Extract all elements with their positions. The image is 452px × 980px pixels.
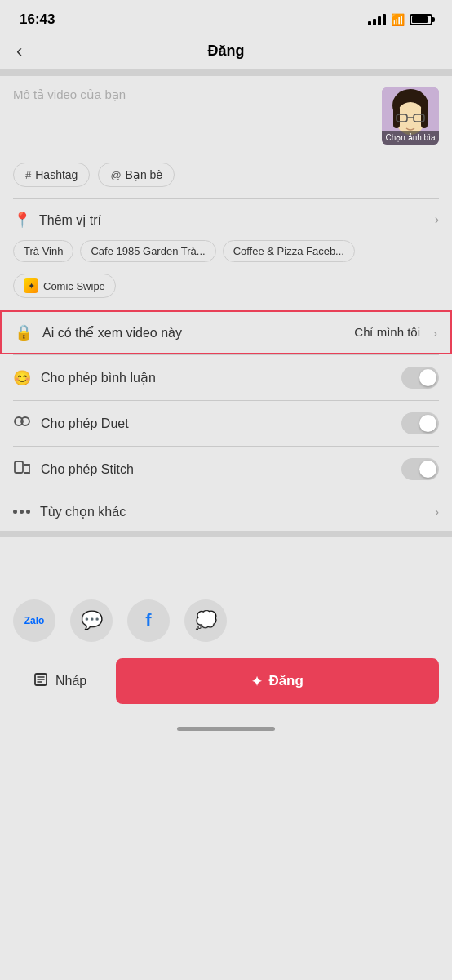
comic-swipe-icon: ✦ [24,278,38,293]
visibility-value: Chỉ mình tôi [354,325,420,340]
share-message[interactable]: 💭 [184,599,227,642]
share-messenger[interactable]: 💬 [70,599,113,642]
svg-rect-10 [15,461,23,473]
duet-toggle[interactable] [401,412,439,434]
back-button[interactable]: ‹ [16,42,22,60]
more-dots-icon [13,510,30,514]
more-options-row[interactable]: Tùy chọn khác › [0,492,452,531]
stitch-toggle[interactable] [401,458,439,480]
share-facebook[interactable]: f [127,599,170,642]
more-options-chevron-icon: › [435,505,439,519]
draft-label: Nháp [55,674,86,688]
signal-icon [368,14,386,25]
home-indicator [0,720,452,734]
toggle-knob-3 [419,461,436,478]
location-icon: 📍 [13,211,31,229]
hashtag-label: Hashtag [35,168,78,181]
duet-row: Cho phép Duet [0,401,452,446]
location-chips: Trà Vinh Cafe 1985 Garden Trà... Coffee … [0,240,452,274]
post-label: Đăng [268,673,304,689]
chip-1[interactable]: Cafe 1985 Garden Trà... [80,240,215,262]
action-bar: Nháp ✦ Đăng [0,650,452,720]
top-divider [0,69,452,76]
visibility-row[interactable]: 🔒 Ai có thể xem video này Chỉ mình tôi › [0,310,452,354]
comments-toggle[interactable] [401,367,439,389]
effect-chip[interactable]: ✦ Comic Swipe [13,274,116,298]
mention-button[interactable]: @ Bạn bè [98,163,175,187]
home-bar [177,727,275,731]
stitch-row: Cho phép Stitch [0,447,452,492]
status-time: 16:43 [20,11,55,28]
description-placeholder: Mô tả video của bạn [13,87,126,101]
lock-icon: 🔒 [15,323,33,341]
mention-label: Bạn bè [126,168,163,181]
facebook-icon: f [127,599,170,642]
battery-icon [410,14,432,25]
duet-label: Cho phép Duet [41,416,392,431]
effect-label: Comic Swipe [43,280,105,292]
description-section: Mô tả video của bạn [0,76,452,156]
toggle-knob [419,369,436,386]
location-chevron-icon: › [435,212,439,227]
more-options-label: Tùy chọn khác [40,504,425,519]
stitch-label: Cho phép Stitch [41,462,392,477]
status-bar: 16:43 📶 [0,0,452,34]
hashtag-button[interactable]: # Hashtag [13,163,90,187]
spacer-area [0,537,452,586]
location-section[interactable]: 📍 Thêm vị trí › [0,199,452,240]
draft-icon [33,671,49,691]
comment-icon: 😊 [13,369,31,387]
mention-icon: @ [110,169,121,181]
messenger-icon: 💬 [70,599,113,642]
status-icons: 📶 [368,13,432,26]
visibility-chevron-icon: › [433,326,437,340]
wifi-icon: 📶 [391,13,405,26]
description-input-area[interactable]: Mô tả video của bạn [13,87,372,102]
zalo-icon: Zalo [13,599,55,642]
draft-button[interactable]: Nháp [13,660,106,702]
share-row: Zalo 💬 f 💭 [0,586,452,650]
chip-0[interactable]: Trà Vinh [13,240,73,262]
toggle-knob-2 [419,415,436,432]
duet-icon [13,412,31,434]
location-label: Thêm vị trí [39,212,427,228]
comments-label: Cho phép bình luận [41,370,392,385]
share-zalo[interactable]: Zalo [13,599,55,642]
post-sparkle-icon: ✦ [251,674,262,689]
hashtag-icon: # [25,169,31,181]
cover-label[interactable]: Chọn ảnh bìa [382,131,439,145]
visibility-label: Ai có thể xem video này [42,325,344,341]
page-title: Đăng [208,42,245,60]
comments-row: 😊 Cho phép bình luận [0,355,452,400]
tags-row: # Hashtag @ Bạn bè [0,156,452,198]
header: ‹ Đăng [0,34,452,69]
effect-chip-row: ✦ Comic Swipe [0,274,452,310]
stitch-icon [13,458,31,480]
cover-image[interactable]: Chọn ảnh bìa [382,87,439,145]
post-button[interactable]: ✦ Đăng [116,658,439,704]
middle-divider [0,531,452,537]
message-icon: 💭 [184,599,227,642]
chip-2[interactable]: Coffee & Pizza Faceb... [223,240,355,262]
